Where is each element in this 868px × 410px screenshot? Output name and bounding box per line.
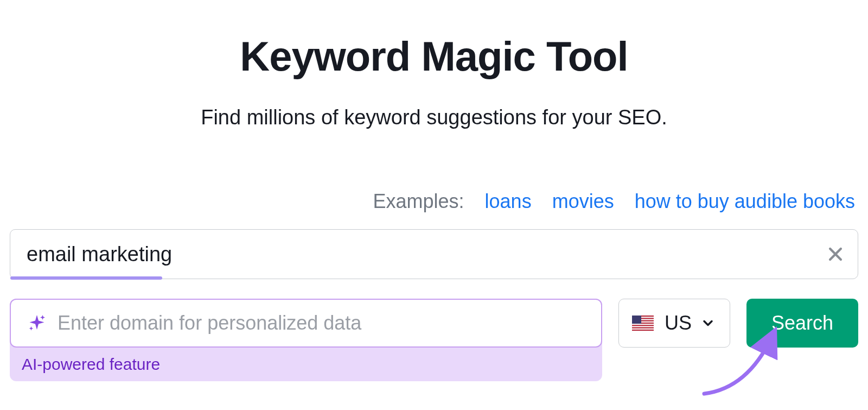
keyword-input[interactable] — [27, 243, 826, 266]
domain-input[interactable] — [58, 312, 590, 335]
example-link-movies[interactable]: movies — [552, 190, 614, 212]
sparkle-icon — [27, 313, 47, 333]
chevron-down-icon — [700, 316, 716, 331]
page-subtitle: Find millions of keyword suggestions for… — [10, 106, 858, 129]
svg-rect-6 — [632, 324, 654, 325]
ai-feature-label: AI-powered feature — [10, 348, 602, 374]
country-code: US — [665, 312, 692, 335]
keyword-highlight-underline — [10, 276, 162, 280]
example-link-audible[interactable]: how to buy audible books — [635, 190, 855, 212]
search-button[interactable]: Search — [746, 299, 858, 348]
examples-label: Examples: — [373, 190, 464, 212]
svg-rect-8 — [632, 329, 654, 330]
examples-row: Examples: loans movies how to buy audibl… — [10, 190, 858, 213]
domain-block: AI-powered feature — [10, 299, 602, 381]
svg-rect-7 — [632, 326, 654, 327]
domain-input-container — [10, 299, 602, 348]
country-selector[interactable]: US — [618, 299, 730, 348]
keyword-input-container — [10, 229, 858, 279]
clear-icon[interactable] — [826, 245, 845, 263]
example-link-loans[interactable]: loans — [485, 190, 532, 212]
us-flag-icon — [632, 316, 654, 331]
svg-rect-9 — [632, 316, 641, 324]
page-title: Keyword Magic Tool — [10, 33, 858, 80]
